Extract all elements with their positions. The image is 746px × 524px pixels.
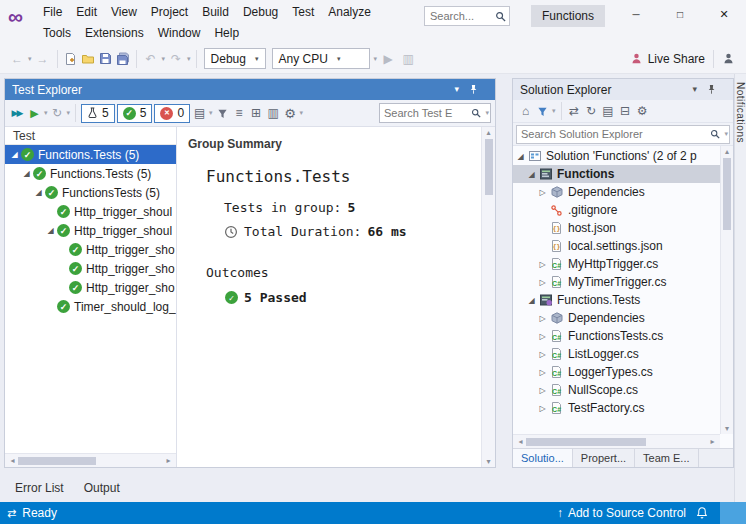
filter-passed-tests-button[interactable]: ✓ 5	[117, 104, 153, 123]
menu-extensions[interactable]: Extensions	[78, 23, 151, 43]
scroll-up-icon[interactable]: ▴	[483, 128, 494, 137]
scrollbar-thumb[interactable]	[485, 139, 493, 195]
scroll-left-icon[interactable]: ◂	[515, 437, 526, 446]
test-tree-item[interactable]: ◢✓Functions.Tests (5)	[5, 164, 176, 183]
scroll-down-icon[interactable]: ▾	[483, 457, 494, 466]
filter-all-tests-button[interactable]: 5	[81, 104, 115, 123]
collapse-icon[interactable]: ◢	[526, 296, 537, 305]
menu-test[interactable]: Test	[285, 2, 321, 22]
horizontal-scrollbar[interactable]: ◂ ▸	[5, 453, 176, 467]
filter-icon[interactable]	[534, 101, 551, 121]
pin-icon[interactable]	[468, 84, 479, 95]
expand-icon[interactable]: ▷	[537, 278, 548, 287]
run-tests-button[interactable]: ▶	[26, 103, 43, 124]
playlist-button[interactable]: ▤	[191, 103, 208, 124]
expand-icon[interactable]: ▷	[537, 188, 548, 197]
menu-build[interactable]: Build	[195, 2, 236, 22]
scrollbar-thumb[interactable]	[723, 158, 731, 230]
vertical-scrollbar[interactable]: ▴ ▾	[720, 146, 733, 434]
properties-gear-icon[interactable]: ⚙	[634, 101, 651, 121]
solution-tree-item[interactable]: ▷C#FunctionsTests.cs	[513, 327, 720, 345]
solution-configurations-dropdown[interactable]: Debug ▾	[204, 48, 266, 69]
toolbar-options-caret-icon[interactable]: ▾	[374, 55, 378, 63]
solution-tree-item[interactable]: ▷C#TestFactory.cs	[513, 399, 720, 417]
window-position-icon[interactable]: ▾	[692, 85, 697, 94]
tab-output[interactable]: Output	[75, 478, 129, 498]
test-tree-item[interactable]: ◢✓Http_trigger_shoul	[5, 221, 176, 240]
collapse-icon[interactable]: ◢	[515, 152, 526, 161]
run-options-caret-icon[interactable]: ▾	[44, 109, 48, 117]
expand-icon[interactable]: ▷	[537, 260, 548, 269]
horizontal-scrollbar[interactable]: ◂ ▸	[513, 434, 720, 448]
redo-button[interactable]: ↷	[167, 48, 185, 70]
window-position-icon[interactable]: ▾	[454, 85, 459, 94]
search-options-caret-icon[interactable]: ▾	[485, 109, 489, 117]
test-tree-column-header[interactable]: Test	[5, 127, 176, 145]
test-explorer-header[interactable]: Test Explorer ▾	[5, 79, 495, 100]
show-all-files-icon[interactable]: ▤	[600, 101, 617, 121]
test-tree-item[interactable]: ◢✓FunctionsTests (5)	[5, 183, 176, 202]
solution-tree-item[interactable]: ▷C#MyHttpTrigger.cs	[513, 255, 720, 273]
menu-file[interactable]: File	[36, 2, 69, 22]
test-tree-item[interactable]: ✓Http_trigger_sho	[5, 259, 176, 278]
scroll-down-icon[interactable]: ▾	[722, 424, 733, 433]
open-folder-icon[interactable]	[81, 52, 95, 65]
test-tree-item[interactable]: ✓Http_trigger_shoul	[5, 202, 176, 221]
collapse-icon[interactable]: ◢	[21, 169, 32, 178]
layers-button[interactable]: ▥	[265, 103, 282, 124]
tab-teame[interactable]: Team E...	[635, 449, 698, 467]
minimize-button[interactable]: ─	[614, 0, 658, 28]
live-share-button[interactable]: Live Share	[630, 52, 705, 66]
solution-tree-item[interactable]: {}host.json	[513, 219, 720, 237]
expand-icon[interactable]: ▷	[537, 332, 548, 341]
scrollbar-thumb[interactable]	[526, 438, 646, 446]
solution-tree-item[interactable]: ▷Dependencies	[513, 183, 720, 201]
collapse-icon[interactable]: ◢	[33, 188, 44, 197]
navigate-back-button[interactable]: ←	[8, 48, 26, 70]
filter-button[interactable]	[214, 103, 231, 124]
expand-icon[interactable]: ▷	[537, 368, 548, 377]
test-tree-item[interactable]: ✓Http_trigger_sho	[5, 240, 176, 259]
close-button[interactable]: ✕	[702, 0, 746, 28]
expand-icon[interactable]: ▷	[537, 386, 548, 395]
menu-analyze[interactable]: Analyze	[321, 2, 378, 22]
test-tree-item[interactable]: ✓Timer_should_log_	[5, 297, 176, 316]
solution-tree-item[interactable]: .gitignore	[513, 201, 720, 219]
collapse-icon[interactable]: ◢	[45, 226, 56, 235]
vertical-scrollbar[interactable]: ▴ ▾	[481, 127, 495, 467]
quick-launch-input[interactable]	[425, 10, 492, 22]
menu-window[interactable]: Window	[151, 23, 208, 43]
undo-button[interactable]: ↶	[142, 48, 160, 70]
menu-help[interactable]: Help	[207, 23, 246, 43]
group-by-button[interactable]: ≡	[231, 103, 248, 124]
expand-icon[interactable]: ▷	[537, 350, 548, 359]
save-icon[interactable]	[99, 52, 112, 65]
hierarchy-button[interactable]: ⊞	[248, 103, 265, 124]
start-button[interactable]: ▶	[379, 48, 397, 70]
menu-edit[interactable]: Edit	[69, 2, 104, 22]
solution-tree-item[interactable]: ◢Functions	[513, 165, 720, 183]
settings-gear-icon[interactable]: ⚙	[282, 103, 299, 124]
navigate-forward-button[interactable]: →	[34, 48, 52, 70]
test-tree-item[interactable]: ◢✓Functions.Tests (5)	[5, 145, 176, 164]
menu-tools[interactable]: Tools	[36, 23, 78, 43]
solution-search-box[interactable]: ▾	[516, 125, 730, 144]
toolbar-extra-icon[interactable]: ▥	[399, 48, 417, 70]
home-icon[interactable]: ⌂	[517, 101, 534, 121]
solution-explorer-header[interactable]: Solution Explorer ▾	[513, 79, 733, 100]
new-file-icon[interactable]	[64, 52, 77, 66]
quick-launch-search[interactable]	[424, 6, 510, 26]
solution-tree-item[interactable]: ◢Functions.Tests	[513, 291, 720, 309]
sync-with-active-document-icon[interactable]: ⇄	[566, 101, 583, 121]
run-all-tests-button[interactable]: ▶▶	[9, 103, 26, 124]
solution-tree-item[interactable]: ▷C#ListLogger.cs	[513, 345, 720, 363]
solution-platforms-dropdown[interactable]: Any CPU ▾	[272, 48, 370, 69]
scroll-up-icon[interactable]: ▴	[722, 147, 733, 156]
expand-icon[interactable]: ▷	[537, 314, 548, 323]
menu-project[interactable]: Project	[144, 2, 195, 22]
solution-tree-item[interactable]: ◢Solution 'Functions' (2 of 2 p	[513, 147, 720, 165]
test-tree-item[interactable]: ✓Http_trigger_sho	[5, 278, 176, 297]
solution-tree-item[interactable]: ▷C#LoggerTypes.cs	[513, 363, 720, 381]
tab-solutio[interactable]: Solutio...	[513, 449, 573, 467]
collapse-icon[interactable]: ◢	[9, 150, 20, 159]
